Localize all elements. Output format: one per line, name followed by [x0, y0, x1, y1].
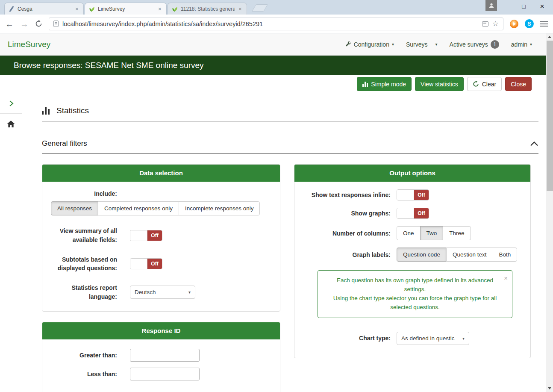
nav-active-surveys[interactable]: Active surveys 1 — [450, 40, 499, 49]
browser-menu-icon[interactable] — [540, 21, 548, 27]
back-icon[interactable]: ← — [5, 20, 14, 28]
graph-labels-both-button[interactable]: Both — [493, 248, 518, 262]
window-maximize-button[interactable]: □ — [515, 1, 533, 12]
browser-tab-statistics[interactable]: 11218: Statistics general f × — [168, 3, 247, 15]
forward-icon[interactable]: → — [20, 20, 29, 28]
tab-close-icon[interactable]: × — [238, 6, 243, 12]
limesurvey-brand[interactable]: LimeSurvey — [8, 40, 50, 49]
limesurvey-favicon — [172, 6, 178, 12]
greater-than-input[interactable] — [130, 349, 200, 362]
cesga-favicon — [9, 6, 15, 12]
view-statistics-button[interactable]: View statistics — [415, 77, 464, 91]
less-than-input[interactable] — [130, 368, 200, 380]
sidebar-expand-button[interactable] — [0, 93, 22, 114]
data-selection-panel: Data selection Include: All responses Co… — [42, 164, 280, 312]
nav-label: Active surveys — [450, 41, 488, 48]
nav-surveys[interactable]: Surveys ▾ — [406, 41, 438, 48]
tab-close-icon[interactable]: × — [74, 6, 79, 12]
person-icon — [488, 3, 494, 9]
graph-labels-row: Graph labels: Question code Question tex… — [303, 248, 522, 262]
chevron-up-icon[interactable] — [530, 141, 538, 146]
include-all-responses-button[interactable]: All responses — [51, 201, 98, 215]
chart-type-select[interactable]: As defined in questic ▾ — [397, 332, 469, 345]
tab-title: Cesga — [18, 6, 71, 12]
browser-tab-cesga[interactable]: Cesga × — [4, 3, 84, 15]
show-graphs-row: Show graphs: Off — [303, 208, 522, 219]
tab-title: 11218: Statistics general f — [181, 6, 235, 12]
view-summary-toggle[interactable]: Off — [130, 230, 162, 241]
view-summary-row: View summary of all available fields: Of… — [51, 227, 271, 244]
main-panel: Statistics General filters Data selectio… — [22, 93, 546, 392]
window-minimize-button[interactable]: — — [496, 1, 515, 12]
chart-type-label: Chart type: — [303, 335, 391, 342]
show-text-label: Show text responses inline: — [303, 192, 391, 198]
statistics-heading: Statistics — [42, 106, 538, 115]
left-sidebar — [0, 93, 22, 392]
columns-button-group: One Two Three — [397, 226, 471, 240]
sidebar-home-button[interactable] — [0, 114, 22, 134]
window-controls: — □ × — [496, 1, 551, 12]
subtotals-toggle[interactable]: Off — [130, 258, 162, 269]
toggle-off-label: Off — [147, 230, 162, 241]
view-summary-label: View summary of all available fields: — [51, 227, 117, 244]
browser-profile-button[interactable] — [485, 0, 497, 11]
close-icon[interactable]: × — [504, 273, 508, 283]
limesurvey-navbar: LimeSurvey Configuration ▾ Surveys ▾ Act… — [0, 33, 546, 56]
refresh-icon — [473, 81, 479, 87]
page-title-bar: Browse responses: SESAME Net SME online … — [0, 56, 546, 75]
toggle-off-label: Off — [147, 259, 162, 269]
nav-configuration[interactable]: Configuration ▾ — [345, 41, 394, 48]
data-selection-header: Data selection — [42, 165, 280, 182]
window-close-button[interactable]: × — [533, 1, 551, 12]
scroll-down-icon[interactable] — [548, 387, 551, 389]
nav-admin[interactable]: admin ▾ — [511, 41, 532, 48]
show-graphs-toggle[interactable]: Off — [397, 208, 429, 219]
left-column: Data selection Include: All responses Co… — [42, 164, 280, 392]
wrench-icon — [345, 41, 351, 47]
tab-close-icon[interactable]: × — [157, 6, 162, 12]
show-graphs-label: Show graphs: — [303, 210, 391, 217]
less-than-label: Less than: — [51, 370, 117, 378]
include-incomplete-button[interactable]: Incomplete responses only — [179, 201, 260, 215]
page-scrollbar[interactable] — [546, 33, 553, 392]
page-title: Browse responses: SESAME Net SME online … — [14, 61, 204, 70]
new-tab-button[interactable] — [252, 4, 268, 12]
scrollbar-thumb[interactable] — [547, 41, 553, 191]
extension-orange-icon[interactable] — [510, 20, 518, 28]
simple-mode-button[interactable]: Simple mode — [357, 77, 412, 91]
output-options-header: Output options — [294, 165, 530, 182]
chevron-down-icon: ▾ — [188, 290, 191, 295]
columns-one-button[interactable]: One — [397, 226, 421, 240]
toggle-handle — [397, 208, 414, 218]
chevron-right-icon — [7, 100, 15, 107]
url-box[interactable]: localhost/limesurvey/index.php/admin/sta… — [49, 18, 503, 30]
bookmark-star-icon[interactable]: ☆ — [492, 20, 499, 27]
subtotals-row: Subtotals based on displayed questions: … — [51, 255, 271, 273]
close-button[interactable]: Close — [505, 77, 532, 91]
language-select[interactable]: Deutsch ▾ — [130, 286, 195, 299]
columns-three-button[interactable]: Three — [443, 226, 471, 240]
browser-tab-limesurvey[interactable]: LimeSurvey × — [85, 3, 167, 15]
browser-address-bar: ← → localhost/limesurvey/index.php/admin… — [0, 15, 553, 33]
clear-button[interactable]: Clear — [467, 77, 502, 91]
chart-type-value: As defined in questic — [401, 335, 455, 342]
filters-panels: Data selection Include: All responses Co… — [42, 164, 538, 392]
columns-two-button[interactable]: Two — [420, 226, 444, 240]
output-options-panel: Output options Show text responses inlin… — [294, 164, 531, 358]
toggle-off-label: Off — [414, 190, 429, 200]
page-action-icon[interactable] — [482, 21, 488, 27]
general-filters-title: General filters — [42, 139, 87, 148]
nav-label: admin — [511, 41, 527, 48]
subtotals-label: Subtotals based on displayed questions: — [51, 255, 117, 273]
greater-than-label: Greater than: — [51, 351, 117, 360]
include-completed-button[interactable]: Completed responses only — [98, 201, 179, 215]
refresh-icon[interactable] — [35, 20, 42, 27]
graph-labels-text-button[interactable]: Question text — [446, 248, 493, 262]
url-text[interactable]: localhost/limesurvey/index.php/admin/sta… — [62, 21, 478, 27]
active-surveys-badge: 1 — [491, 40, 499, 49]
toggle-handle — [130, 230, 147, 241]
skype-icon[interactable]: S — [525, 19, 534, 28]
show-text-toggle[interactable]: Off — [397, 189, 429, 200]
scroll-up-icon[interactable] — [548, 36, 551, 38]
graph-labels-code-button[interactable]: Question code — [397, 248, 447, 262]
